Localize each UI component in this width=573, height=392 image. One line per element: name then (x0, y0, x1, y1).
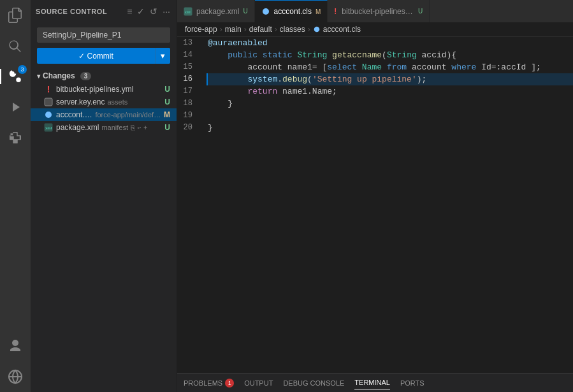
source-control-panel: SOURCE CONTROL ≡ ✓ ↺ ··· ✓ Commit ▾ ▾ Ch… (31, 0, 177, 392)
tab-bar: xml package.xml U acccont.cls M ! bitbuc… (177, 0, 573, 22)
tab-ports[interactable]: PORTS (400, 377, 424, 389)
breadcrumb-part[interactable]: classes (280, 25, 305, 34)
breadcrumb-file-icon (313, 25, 321, 33)
search-icon-activity[interactable] (0, 31, 31, 61)
file-info: server.key.enc assets (56, 98, 162, 106)
list-item[interactable]: server.key.enc assets U (31, 96, 177, 108)
breadcrumb-sep: › (244, 25, 247, 34)
file-icon (43, 110, 54, 120)
breadcrumb-sep: › (275, 25, 277, 34)
line-number: 18 (177, 98, 198, 110)
code-line: @auraenabled (208, 37, 573, 49)
tab-bitbucket-pipelines[interactable]: ! bitbucket-pipelines.yml U (328, 0, 430, 22)
svg-point-2 (45, 112, 52, 118)
accounts-icon-activity[interactable] (0, 331, 31, 361)
panel-header: SOURCE CONTROL ≡ ✓ ↺ ··· (31, 0, 177, 22)
remote-icon-activity[interactable] (0, 361, 31, 392)
run-icon-activity[interactable] (0, 92, 31, 122)
breadcrumb-part[interactable]: main (225, 25, 242, 34)
panel-title: SOURCE CONTROL (36, 8, 107, 15)
tab-acccont-cls[interactable]: acccont.cls M (255, 0, 328, 22)
bottom-tab-bar: PROBLEMS 1 OUTPUT DEBUG CONSOLE TERMINAL… (177, 374, 573, 392)
line-number: 19 (177, 110, 198, 122)
svg-text:xml: xml (45, 126, 52, 130)
file-status-badge: U (164, 85, 170, 94)
file-name: package.xml (56, 123, 99, 132)
changes-section: ▾ Changes 3 ! bitbucket-pipelines.yml U … (31, 69, 177, 392)
editor-area: xml package.xml U acccont.cls M ! bitbuc… (177, 0, 573, 392)
problems-label: PROBLEMS (184, 379, 222, 387)
explorer-icon[interactable] (0, 0, 31, 31)
tab-label: package.xml (196, 7, 239, 16)
breadcrumb-filename: acccont.cls (323, 25, 361, 34)
line-number: 14 (177, 49, 198, 61)
line-numbers: 13 14 15 16 17 18 19 20 (177, 37, 203, 373)
line-number: 16 (177, 73, 198, 85)
line-number: 15 (177, 61, 198, 73)
code-line: } (208, 122, 573, 134)
file-status-badge: U (164, 123, 170, 132)
list-view-icon[interactable]: ≡ (126, 5, 133, 18)
branch-input-area (31, 22, 177, 48)
check-all-icon[interactable]: ✓ (136, 5, 146, 18)
commit-dropdown-button[interactable]: ▾ (155, 48, 170, 64)
more-actions-icon[interactable]: ··· (161, 5, 171, 18)
file-name: acccont.cls (56, 110, 92, 119)
tab-package-xml[interactable]: xml package.xml U (177, 0, 255, 22)
terminal-label: TERMINAL (354, 379, 390, 386)
line-number: 17 (177, 85, 198, 98)
tab-terminal[interactable]: TERMINAL (354, 376, 390, 389)
tab-xml-icon: xml (184, 7, 192, 16)
tab-label: acccont.cls (274, 7, 312, 16)
branch-input[interactable] (37, 27, 170, 43)
code-editor[interactable]: 13 14 15 16 17 18 19 20 @auraenabled pub… (177, 37, 573, 373)
file-status-badge: M (164, 110, 170, 119)
xml-file-icon: xml (43, 122, 54, 133)
file-path: assets (107, 98, 127, 106)
breadcrumb-sep: › (308, 25, 310, 34)
code-content[interactable]: @auraenabled public static String getacc… (203, 37, 573, 373)
svg-rect-1 (45, 98, 52, 106)
code-line: return name1.Name; (208, 85, 573, 98)
code-line: account name1= [select Name from account… (208, 61, 573, 73)
chevron-down-icon: ▾ (161, 51, 165, 61)
file-name: bitbucket-pipelines.yml (56, 85, 133, 94)
file-info: acccont.cls force-app/main/defa... (56, 110, 161, 119)
breadcrumb-sep: › (220, 25, 222, 34)
file-info: package.xml manifest ⎘ ↩ + (56, 123, 162, 132)
section-header-left: ▾ Changes 3 (37, 71, 91, 80)
tab-debug-console[interactable]: DEBUG CONSOLE (283, 377, 344, 389)
file-icon (43, 97, 54, 107)
list-item[interactable]: xml package.xml manifest ⎘ ↩ + U (31, 121, 177, 134)
output-label: OUTPUT (244, 379, 273, 387)
tab-problems[interactable]: PROBLEMS 1 (184, 376, 234, 390)
list-item[interactable]: acccont.cls force-app/main/defa... M (31, 108, 177, 121)
line-number: 13 (177, 37, 198, 49)
tab-output[interactable]: OUTPUT (244, 377, 273, 389)
source-control-badge: 3 (18, 65, 27, 74)
chevron-icon: ▾ (37, 73, 40, 80)
file-status-badge: U (164, 98, 170, 106)
warning-icon: ! (43, 84, 54, 94)
file-actions: ⎘ ↩ + (131, 124, 148, 131)
refresh-icon[interactable]: ↺ (149, 5, 159, 18)
source-control-activity-icon[interactable]: 3 (0, 61, 31, 92)
code-line-active: system.debug('Setting up pipeline'); (207, 73, 573, 85)
commit-button[interactable]: ✓ Commit (37, 48, 155, 64)
extensions-icon-activity[interactable] (0, 122, 31, 153)
svg-point-7 (263, 8, 269, 15)
tab-badge: U (243, 8, 247, 15)
file-path: force-app/main/defa... (95, 111, 161, 119)
code-line: } (208, 98, 573, 110)
code-line (208, 110, 573, 122)
changes-section-header[interactable]: ▾ Changes 3 (31, 69, 177, 83)
breadcrumb-part[interactable]: default (249, 25, 272, 34)
svg-point-8 (314, 27, 319, 33)
list-item[interactable]: ! bitbucket-pipelines.yml U (31, 83, 177, 96)
breadcrumb-part[interactable]: force-app (185, 25, 217, 34)
ports-label: PORTS (400, 379, 424, 387)
breadcrumb-current[interactable]: acccont.cls (313, 25, 361, 34)
changes-label: Changes (43, 71, 75, 80)
debug-console-label: DEBUG CONSOLE (283, 379, 344, 387)
changes-count-badge: 3 (80, 72, 92, 80)
